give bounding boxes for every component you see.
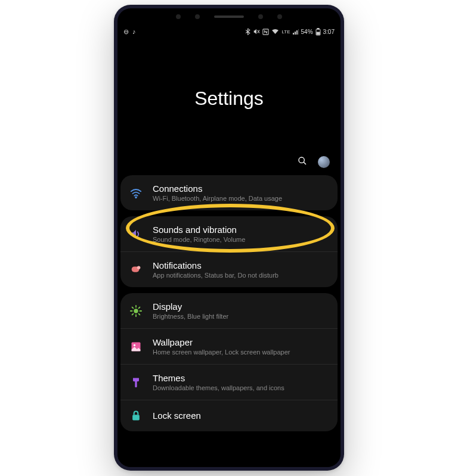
settings-item-connections[interactable]: Connections Wi-Fi, Bluetooth, Airplane m… [120,175,338,210]
svg-point-15 [134,309,138,313]
item-title: Themes [153,373,329,383]
wifi-status-icon [271,29,279,35]
item-title: Wallpaper [153,337,329,347]
settings-list[interactable]: Connections Wi-Fi, Bluetooth, Airplane m… [117,175,341,467]
settings-card-connections: Connections Wi-Fi, Bluetooth, Airplane m… [120,175,338,210]
page-title: Settings [194,88,264,110]
settings-item-sounds[interactable]: Sounds and vibration Sound mode, Rington… [120,216,338,252]
wifi-icon [129,186,143,200]
svg-line-20 [132,307,134,308]
signal-label: LTE [281,29,290,35]
svg-point-25 [134,344,135,346]
svg-line-22 [132,313,134,315]
clock: 3:07 [323,29,335,35]
settings-item-themes[interactable]: Themes Downloadable themes, wallpapers, … [120,365,338,400]
dnd-icon: ⊖ [123,28,129,36]
display-icon [129,304,143,318]
settings-item-notifications[interactable]: Notifications App notifications, Status … [120,252,338,287]
svg-line-23 [139,307,140,308]
battery-icon [315,28,321,36]
music-icon: ♪ [132,28,136,35]
svg-rect-8 [317,28,319,29]
battery-percent: 54% [301,29,313,35]
svg-rect-3 [293,33,294,35]
settings-item-wallpaper[interactable]: Wallpaper Home screen wallpaper, Lock sc… [120,329,338,365]
search-icon [298,156,307,166]
settings-card-sound-notif: Sounds and vibration Sound mode, Rington… [120,216,338,287]
phone-inner: ⊖ ♪ LTE 54% 3:07 Settings [117,8,341,467]
item-title: Lock screen [153,410,329,421]
svg-point-12 [135,197,137,198]
item-subtitle: Home screen wallpaper, Lock screen wallp… [153,349,329,356]
mute-icon [253,28,260,35]
settings-card-display-group: Display Brightness, Blue light filter Wa… [120,293,338,431]
svg-rect-5 [296,30,298,35]
svg-line-21 [139,313,140,315]
svg-rect-6 [298,29,299,35]
svg-point-10 [299,157,304,163]
notification-icon [129,263,143,277]
svg-line-11 [304,162,306,164]
avatar[interactable] [318,156,330,168]
signal-bars-icon [293,29,299,35]
item-subtitle: Wi-Fi, Bluetooth, Airplane mode, Data us… [153,195,329,202]
lock-icon [129,409,143,423]
svg-rect-26 [132,415,140,420]
item-subtitle: Downloadable themes, wallpapers, and ico… [153,384,329,391]
screen: ⊖ ♪ LTE 54% 3:07 Settings [117,25,341,467]
status-bar: ⊖ ♪ LTE 54% 3:07 [117,25,341,38]
settings-item-lockscreen[interactable]: Lock screen [120,400,338,431]
phone-frame: ⊖ ♪ LTE 54% 3:07 Settings [114,5,344,471]
item-title: Sounds and vibration [153,225,329,235]
svg-point-14 [137,266,141,269]
sound-icon [129,227,143,241]
svg-rect-9 [317,32,320,35]
svg-rect-4 [295,32,296,35]
item-subtitle: Brightness, Blue light filter [153,313,329,320]
item-title: Display [153,301,329,312]
item-title: Notifications [153,260,329,270]
settings-item-display[interactable]: Display Brightness, Blue light filter [120,293,338,329]
item-subtitle: Sound mode, Ringtone, Volume [153,236,329,243]
item-title: Connections [153,183,329,194]
phone-speaker-area [117,8,341,25]
bluetooth-icon [245,28,250,35]
search-button[interactable] [298,156,307,168]
nfc-icon [262,29,269,35]
wallpaper-icon [129,340,143,354]
themes-icon [129,375,143,390]
item-subtitle: App notifications, Status bar, Do not di… [153,272,329,279]
header-area: Settings [117,38,341,175]
